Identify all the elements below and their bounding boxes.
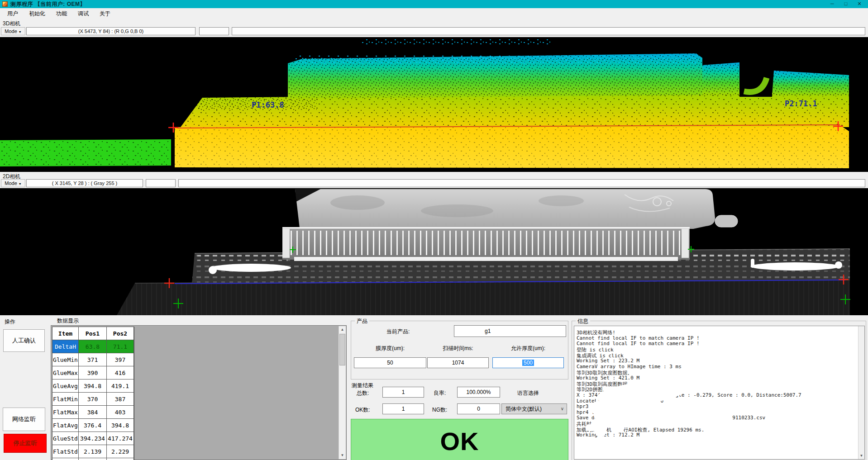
operation-section-label: 操作	[5, 318, 15, 326]
log-line: Working Set : 421.0 M	[577, 375, 639, 381]
p2-measurement-label: P2:71.1	[785, 99, 817, 108]
data-display-table: Item Pos1 Pos2 DeltaH63.871.1 GlueMin371…	[51, 325, 347, 460]
language-select-label: 语言选择	[517, 389, 539, 397]
column-header-pos2: Pos2	[107, 327, 134, 340]
3d-heightmap-image: P1:63.8 P2:71.1	[0, 37, 868, 172]
table-header-row: Item Pos1 Pos2	[52, 327, 134, 340]
table-row-gluemin[interactable]: GlueMin371397	[52, 353, 134, 366]
chevron-down-icon: ▼	[19, 30, 22, 33]
chevron-down-icon: ∨	[561, 404, 564, 414]
table-row-x[interactable]: X2583.57966.7	[52, 458, 134, 460]
product-groupbox: 产品 当前产品: g1 膜厚度(um): 扫描时间ms: 允许厚度(um): 5…	[351, 321, 568, 379]
redaction-blob	[593, 418, 620, 425]
ok-count-input[interactable]: 1	[382, 403, 424, 414]
camera2d-canvas[interactable]	[0, 188, 868, 315]
column-header-item: Item	[52, 327, 79, 340]
scroll-down-icon[interactable]: ▼	[858, 453, 864, 459]
total-label: 总数:	[357, 389, 369, 397]
table-row-flatavg[interactable]: FlatAvg376.4394.8	[52, 419, 134, 432]
scroll-down-icon[interactable]: ▼	[339, 452, 346, 459]
camera3d-pixel-readout: (X 5473, Y 84) : (R 0,G 0,B 0)	[26, 27, 196, 35]
log-line: Working Set : 712.2 M	[577, 432, 639, 438]
camera2d-message-box	[178, 179, 865, 187]
stop-listen-button[interactable]: 停止监听	[4, 434, 47, 453]
log-line: CameraV array to HImage time : 3 ms	[577, 364, 682, 370]
menu-item-debug[interactable]: 调试	[72, 9, 94, 19]
scan-time-input[interactable]: 1074	[427, 357, 489, 368]
table-row-gluestd[interactable]: GlueStd394.234417.274	[52, 432, 134, 445]
close-button[interactable]: ✕	[853, 0, 866, 8]
data-display-section-label: 数据显示	[57, 317, 79, 325]
camera3d-canvas[interactable]: P1:63.8 P2:71.1	[0, 37, 868, 172]
current-product-label: 当前产品:	[386, 328, 410, 336]
redaction-blob	[612, 425, 625, 431]
network-listen-button[interactable]: 网络监听	[3, 408, 45, 431]
table-row-flatmax[interactable]: FlatMax384403	[52, 406, 134, 419]
ng-count-input[interactable]: 0	[457, 403, 500, 414]
film-thickness-input[interactable]: 50	[354, 357, 426, 368]
language-dropdown[interactable]: 简体中文(默认) ∨	[501, 403, 567, 414]
bottom-panel: 操作 人工确认 网络监听 停止监听 数据显示 Item Pos1 Pos2 De…	[0, 315, 868, 460]
product-section-label: 产品	[355, 318, 369, 325]
ok-count-label: OK数:	[355, 406, 370, 414]
allowed-thickness-input[interactable]: 500	[492, 357, 564, 368]
redaction-blob	[596, 430, 606, 436]
menu-item-init[interactable]: 初始化	[24, 9, 51, 19]
window-title: 测厚程序 【当前用户: OEM】	[10, 0, 86, 8]
table-scrollbar-thumb[interactable]	[339, 334, 345, 365]
camera2d-status-box	[146, 179, 176, 187]
yield-label: 良率:	[434, 389, 446, 397]
table-scrollbar[interactable]: ▲ ▼	[339, 326, 346, 459]
camera2d-pixel-readout: ( X 3145, Y 28 ) : ( Gray 255 )	[26, 179, 143, 187]
redaction-blob	[606, 389, 647, 416]
2d-grayscale-image	[0, 188, 868, 315]
app-icon	[2, 1, 8, 7]
camera2d-mode-button[interactable]: Mode ▼	[1, 179, 25, 187]
scan-time-label: 扫描时间ms:	[427, 345, 489, 352]
redaction-blob	[586, 424, 607, 431]
camera3d-status-box	[199, 27, 229, 35]
table-row-deltah[interactable]: DeltaH63.871.1	[52, 340, 134, 353]
info-section-label: 信息	[576, 318, 590, 325]
status-ok-banner: OK	[351, 419, 568, 460]
allowed-thickness-label: 允许厚度(um):	[492, 345, 564, 352]
camera3d-section-label: 3D相机	[3, 20, 20, 28]
manual-confirm-button[interactable]: 人工确认	[3, 329, 45, 352]
column-header-pos1: Pos1	[79, 327, 107, 340]
current-product-input[interactable]: g1	[454, 325, 566, 337]
camera3d-message-box	[232, 27, 865, 35]
film-thickness-label: 膜厚度(um):	[354, 345, 426, 352]
results-section-label: 测量结果	[352, 382, 373, 389]
table-row-flatstd[interactable]: FlatStd2.1392.229	[52, 445, 134, 458]
total-input[interactable]: 1	[382, 387, 424, 398]
menu-item-user[interactable]: 用户	[2, 9, 24, 19]
log-line: Cannot find local IF to match camera IP …	[577, 341, 700, 346]
table-row-gluemax[interactable]: GlueMax390416	[52, 366, 134, 379]
log-line: Working Set : 223.2 M	[577, 358, 639, 364]
minimize-button[interactable]: ─	[825, 0, 839, 8]
application-window: 测厚程序 【当前用户: OEM】 ─ □ ✕ 用户 初始化 功能 调试 关于 3…	[0, 0, 868, 460]
status-text: OK	[351, 427, 568, 456]
ng-count-label: NG数:	[432, 406, 447, 414]
chevron-down-icon: ▼	[19, 182, 22, 185]
camera3d-mode-button[interactable]: Mode ▼	[1, 27, 25, 35]
p1-measurement-label: P1:63.8	[252, 100, 284, 109]
menu-bar: 用户 初始化 功能 调试 关于	[0, 8, 868, 19]
table-row-glueavg[interactable]: GlueAvg394.8419.1	[52, 379, 134, 393]
menu-item-about[interactable]: 关于	[94, 9, 116, 19]
camera3d-mode-bar: Mode ▼ (X 5473, Y 84) : (R 0,G 0,B 0)	[0, 27, 868, 36]
yield-input[interactable]: 100.000%	[457, 387, 500, 398]
scroll-up-icon[interactable]: ▲	[339, 326, 346, 333]
maximize-button[interactable]: □	[839, 0, 853, 8]
menu-item-function[interactable]: 功能	[51, 9, 72, 19]
camera2d-mode-bar: Mode ▼ ( X 3145, Y 28 ) : ( Gray 255 )	[0, 179, 868, 188]
title-bar: 测厚程序 【当前用户: OEM】 ─ □ ✕	[0, 0, 868, 8]
info-scrollbar[interactable]: ▼	[858, 326, 864, 459]
table-row-flatmin[interactable]: FlatMin370387	[52, 393, 134, 406]
